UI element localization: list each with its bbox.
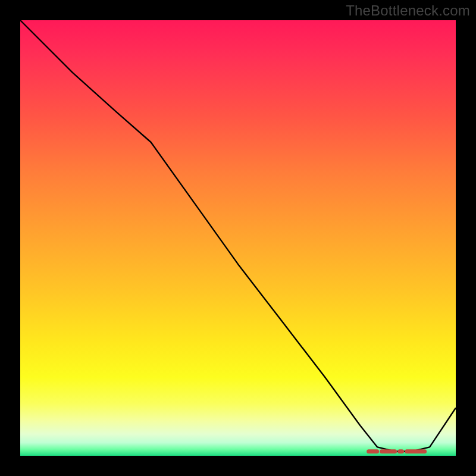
bottleneck-curve [20, 20, 456, 452]
chart-frame: TheBottleneck.com [0, 0, 476, 476]
line-layer [20, 20, 456, 456]
gradient-plot-area [20, 20, 456, 456]
attribution-watermark: TheBottleneck.com [346, 2, 470, 19]
